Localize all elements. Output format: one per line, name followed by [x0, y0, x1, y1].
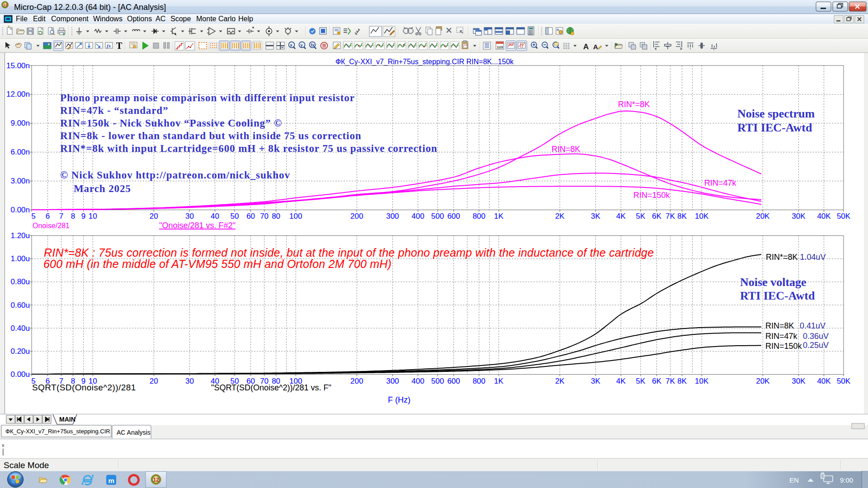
svg-text:70: 70	[260, 212, 269, 221]
svg-text:100: 100	[289, 212, 302, 221]
svg-text:1.20u: 1.20u	[10, 231, 30, 240]
svg-text:60: 60	[246, 212, 255, 221]
svg-text:1.00u: 1.00u	[10, 254, 30, 263]
svg-text:8K: 8K	[677, 377, 687, 385]
svg-text:RIN=47k - “standard”: RIN=47k - “standard”	[60, 105, 168, 116]
svg-text:0.00u: 0.00u	[10, 370, 30, 379]
svg-text:fx: fx	[107, 43, 111, 48]
svg-text:RIN=47k: RIN=47k	[704, 178, 737, 188]
svg-text:30: 30	[185, 212, 194, 221]
svg-text:5: 5	[31, 212, 35, 221]
svg-text:6.00n: 6.00n	[10, 148, 30, 156]
svg-text:2K: 2K	[555, 377, 565, 385]
svg-text:Noise spectrum: Noise spectrum	[737, 107, 815, 120]
svg-text:12: 12	[153, 477, 160, 483]
svg-text:AC Analysis: AC Analysis	[117, 429, 151, 436]
svg-text:4K: 4K	[616, 212, 626, 221]
svg-text:© Nick Sukhov http://patreon.c: © Nick Sukhov http://patreon.com/nick_su…	[60, 169, 290, 181]
svg-text:RIN=8K: RIN=8K	[552, 145, 580, 154]
svg-text:3.00n: 3.00n	[10, 177, 30, 185]
svg-text:500: 500	[431, 212, 444, 221]
svg-text:30: 30	[185, 377, 194, 385]
svg-text:0.20u: 0.20u	[10, 347, 30, 356]
svg-text:6K: 6K	[652, 377, 661, 385]
svg-text:20K: 20K	[756, 212, 770, 221]
svg-text:50K: 50K	[837, 377, 851, 385]
svg-text:ФК_Cy-XXI_v7_Rin+75us_stepping: ФК_Cy-XXI_v7_Rin+75us_stepping.CIR RIN=8…	[335, 58, 514, 66]
svg-text:T: T	[116, 41, 123, 51]
svg-text:500: 500	[431, 377, 444, 385]
svg-text:SQRT(SD(Onoise^2))/281: SQRT(SD(Onoise^2))/281	[32, 383, 136, 392]
svg-text:2K: 2K	[555, 212, 565, 221]
svg-text:RTI IEC-Awtd: RTI IEC-Awtd	[737, 121, 812, 134]
svg-text:8: 8	[71, 212, 75, 221]
svg-text:RIN=47k: RIN=47k	[765, 332, 798, 341]
svg-text:20: 20	[150, 377, 158, 385]
svg-text:fx: fx	[311, 43, 315, 47]
svg-text:80: 80	[272, 212, 280, 221]
svg-text:8K: 8K	[677, 212, 687, 221]
svg-text:3K: 3K	[591, 212, 600, 221]
svg-text:RIN=150k - Nick Sukhov “Passiv: RIN=150k - Nick Sukhov “Passive Cooling”…	[60, 117, 282, 129]
svg-text:0.00n: 0.00n	[10, 206, 30, 214]
svg-text:1K: 1K	[494, 212, 504, 221]
svg-text:"Onoise/281 vs. F#2": "Onoise/281 vs. F#2"	[159, 221, 236, 230]
svg-text:RIN*=8K 1.04uV: RIN*=8K 1.04uV	[766, 253, 826, 262]
svg-text:0.40u: 0.40u	[10, 324, 30, 333]
svg-text:9.00n: 9.00n	[10, 119, 30, 127]
svg-text:40: 40	[211, 212, 219, 221]
svg-text:0.60u: 0.60u	[10, 301, 30, 310]
svg-text:5K: 5K	[636, 377, 646, 385]
svg-text:400: 400	[411, 377, 424, 385]
svg-text:300: 300	[386, 377, 399, 385]
svg-text:5K: 5K	[636, 212, 646, 221]
svg-text:Phono preamp noise comparison: Phono preamp noise comparison with diffe…	[60, 92, 355, 103]
svg-text:9: 9	[81, 212, 85, 221]
svg-text:300: 300	[386, 212, 399, 221]
svg-text:RTI IEC-Awtd: RTI IEC-Awtd	[740, 289, 815, 302]
svg-text:50: 50	[231, 212, 239, 221]
svg-text:12.00n: 12.00n	[6, 90, 30, 99]
svg-text:EN: EN	[789, 476, 799, 484]
svg-text:40K: 40K	[817, 212, 831, 221]
svg-text:9:00: 9:00	[840, 476, 853, 484]
svg-text:4K: 4K	[616, 377, 626, 385]
svg-text:200: 200	[350, 212, 363, 221]
svg-text:15.00n: 15.00n	[6, 61, 30, 70]
svg-text:20K: 20K	[756, 377, 770, 385]
svg-text:x: x	[290, 43, 292, 47]
svg-text:0.80u: 0.80u	[10, 277, 30, 286]
svg-text:600: 600	[447, 377, 460, 385]
svg-text:RIN=150k: RIN=150k	[633, 191, 670, 200]
svg-text:F (Hz): F (Hz)	[388, 395, 410, 404]
svg-text:RIN*=8K: RIN*=8K	[618, 100, 650, 109]
svg-text:RIN=150k: RIN=150k	[765, 342, 802, 351]
svg-text:10K: 10K	[695, 377, 709, 385]
svg-text:123: 123	[497, 45, 503, 49]
svg-text:y: y	[301, 43, 303, 47]
svg-text:6K: 6K	[652, 212, 661, 221]
svg-text:30K: 30K	[792, 212, 806, 221]
svg-text:MAIN: MAIN	[59, 416, 75, 423]
svg-text:1K: 1K	[494, 377, 504, 385]
svg-text:Onoise/281: Onoise/281	[33, 222, 70, 230]
svg-text:A: A	[583, 42, 589, 51]
svg-text:Noise voltage: Noise voltage	[740, 276, 807, 289]
svg-text:600: 600	[447, 212, 460, 221]
svg-text:10K: 10K	[695, 212, 709, 221]
svg-text:RIN=8K: RIN=8K	[765, 321, 794, 330]
svg-text:50K: 50K	[837, 212, 851, 221]
svg-text:7: 7	[59, 212, 63, 221]
svg-text:0.36uV: 0.36uV	[803, 332, 829, 341]
svg-text:6: 6	[46, 212, 50, 221]
svg-text:30K: 30K	[792, 377, 806, 385]
svg-text:"SQRT(SD(Onoise^2))/281 vs. F": "SQRT(SD(Onoise^2))/281 vs. F"	[211, 383, 331, 392]
svg-text:March 2025: March 2025	[74, 183, 131, 194]
svg-text:x: x	[2, 442, 5, 448]
svg-text:3K: 3K	[591, 377, 600, 385]
svg-text:RIN=8k - lower than standard b: RIN=8k - lower than standard but with in…	[60, 130, 362, 141]
svg-text:A: A	[593, 43, 598, 51]
svg-text:200: 200	[350, 377, 363, 385]
svg-text:800: 800	[472, 377, 485, 385]
svg-text:RIN*=8k with input Lcartridge=: RIN*=8k with input Lcartridge=600 mH + 8…	[60, 143, 438, 154]
